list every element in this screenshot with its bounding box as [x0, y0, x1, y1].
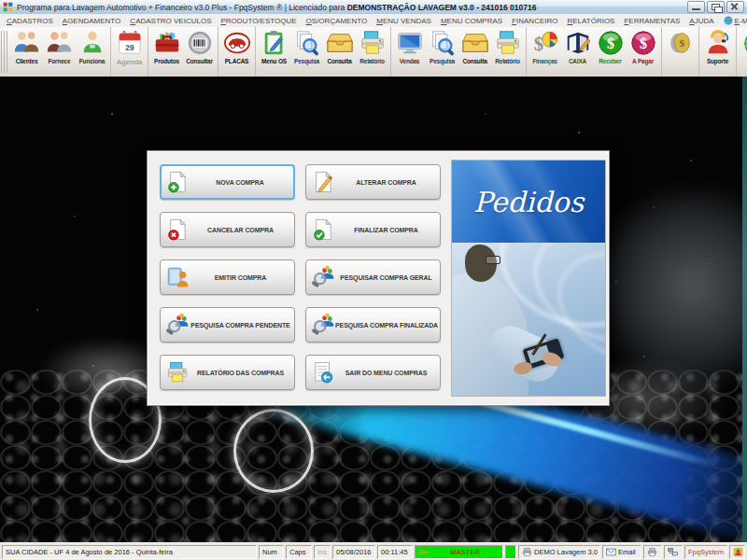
doc-edit-icon	[311, 170, 335, 194]
status-time: 00:11:45	[377, 545, 413, 559]
menu-item-cadastro-veiculos[interactable]: CADASTRO VEICULOS	[125, 14, 216, 27]
menu-item-menu-compras[interactable]: MENU COMPRAS	[436, 14, 507, 27]
menu-item-label: FERRAMENTAS	[624, 17, 680, 25]
toolbar-button-relatorio[interactable]: Relatório	[356, 28, 388, 64]
toolbar-button-label: Menu OS	[261, 58, 287, 64]
toolbar-button-agenda[interactable]: 29Agenda	[113, 28, 146, 66]
toolbar-button-pesquisa[interactable]: Pesquisa	[426, 28, 458, 64]
status-insert: Ins	[314, 545, 331, 559]
toolbar-button-label: Funciona	[79, 58, 105, 64]
dialog-button-emitir-compra[interactable]: EMITIR COMPRA	[160, 259, 295, 295]
status-label: 00:11:45	[381, 548, 408, 556]
toolbar-group: Suporte	[698, 27, 736, 77]
toolbar-button-vendas[interactable]: Vendas	[393, 28, 426, 64]
svg-text:$: $	[533, 34, 543, 54]
dialog-button-pesquisar-compra-geral[interactable]: PESQUISAR COMPRA GERAL	[305, 259, 441, 295]
status-demo-version: DEMO Lavagem 3.0	[518, 545, 600, 559]
menu-item-produto-estoque[interactable]: PRODUTO/ESTOQUE	[216, 14, 301, 27]
menu-item-label: OS/ORÇAMENTO	[306, 17, 368, 25]
restore-button[interactable]	[707, 1, 725, 13]
minimize-button[interactable]	[687, 1, 705, 13]
dialog-button-alterar-compra[interactable]: ALTERAR COMPRA	[305, 164, 441, 200]
pedidos-title-text: Pedidos	[473, 186, 584, 218]
dialog-button-cancelar-compra[interactable]: CANCELAR COMPRA	[160, 212, 295, 247]
menu-compras-dialog: NOVA COMPRAALTERAR COMPRACANCELAR COMPRA…	[147, 150, 610, 406]
status-location-date: SUA CIDADE - UF 4 de Agosto de 2016 - Qu…	[2, 545, 257, 559]
toolbar-button-menu-os[interactable]: Menu OS	[258, 28, 290, 64]
emit-icon	[165, 265, 190, 289]
svg-text:$: $	[640, 35, 647, 51]
menu-item-menu-vendas[interactable]: MENU VENDAS	[372, 14, 436, 27]
toolbar-button-label: Consulta	[462, 58, 486, 64]
dialog-button-label: SAIR DO MENU COMPRAS	[335, 370, 437, 376]
menu-item-label: E-MAIL	[735, 17, 747, 25]
dialog-button-relatorio-das-compras[interactable]: RELATÓRIO DAS COMPRAS	[160, 355, 295, 390]
menu-item-relatorios[interactable]: RELATÓRIOS	[562, 14, 619, 27]
menu-item-ferramentas[interactable]: FERRAMENTAS	[619, 14, 684, 27]
status-bar: SUA CIDADE - UF 4 de Agosto de 2016 - Qu…	[0, 542, 747, 560]
toolbar-button-funciona[interactable]: Funciona	[76, 28, 108, 64]
dialog-button-label: FINALIZAR COMPRA	[335, 227, 437, 233]
toolbar-button-consulta[interactable]: Consulta	[323, 28, 356, 64]
toolbar-group: PLACAS	[218, 27, 255, 77]
menu-item-label: PRODUTO/ESTOQUE	[220, 17, 296, 25]
menu-item-financeiro[interactable]: FINANCEIRO	[507, 14, 562, 27]
menu-bar: CADASTROSAGENDAMENTOCADASTRO VEICULOSPRO…	[0, 14, 747, 28]
dialog-button-label: PESQUISAR COMPRA GERAL	[335, 274, 437, 281]
toolbar-group: ProdutosConsultar	[148, 27, 218, 77]
toolbar-group: Menu OSPesquisaConsultaRelatório	[255, 27, 390, 77]
status-printer	[643, 545, 662, 559]
toolbar-button-suporte[interactable]: Suporte	[701, 28, 734, 64]
toolbar-button-clientes[interactable]: Clientes	[10, 28, 43, 64]
status-date: 05/08/2016	[332, 545, 375, 559]
toolbar-button-coin[interactable]: $	[664, 28, 697, 58]
toolbar-button-produtos[interactable]: Produtos	[150, 28, 183, 64]
toolbar-button-placas[interactable]: PLACAS	[220, 28, 253, 64]
plates-icon	[223, 29, 251, 57]
dialog-button-pesquisa-compra-finalizada[interactable]: PESQUISA COMPRA FINALIZADA	[305, 307, 441, 343]
menu-item-cadastros[interactable]: CADASTROS	[2, 14, 58, 27]
toolbar-button-financas[interactable]: $Finanças	[529, 28, 561, 64]
title-bar: Programa para Lavagem Automotivo + Finan…	[0, 0, 747, 15]
pedidos-panel-title: Pedidos	[452, 161, 605, 243]
toolbar-button-receber[interactable]: $Receber	[594, 28, 627, 64]
status-label: Email	[618, 548, 636, 556]
status-email: Email	[602, 545, 641, 559]
app-icon	[3, 2, 13, 12]
toolbar-group: VendasPesquisaConsultaRelatório	[390, 27, 526, 77]
printer-small-icon	[647, 547, 657, 557]
dialog-button-nova-compra[interactable]: NOVA COMPRA	[160, 164, 295, 200]
screen-edge-strip	[742, 77, 747, 542]
toolbar-button-consultar[interactable]: Consultar	[183, 28, 216, 64]
menu-item-label: MENU VENDAS	[376, 17, 431, 25]
toolbar-button-label: Clientes	[16, 58, 38, 64]
doc-cancel-icon	[165, 217, 190, 242]
menu-item-agendamento[interactable]: AGENDAMENTO	[58, 14, 126, 27]
toolbar-button-exit[interactable]: EXIT	[739, 28, 747, 58]
menu-item-label: AJUDA	[689, 17, 713, 25]
doc-check-icon	[311, 217, 335, 242]
vendas-icon	[396, 29, 424, 57]
receber-icon: $	[597, 29, 625, 57]
toolbar-grip	[1, 31, 7, 73]
dialog-button-pesquisa-compra-pendente[interactable]: PESQUISA COMPRA PENDENTE	[160, 307, 295, 343]
barcode-icon	[186, 29, 214, 57]
toolbar-button-relatorio[interactable]: Relatório	[491, 28, 524, 64]
status-label: Num	[262, 548, 277, 556]
search-people-icon	[311, 313, 335, 337]
toolbar-button-a-pagar[interactable]: $A Pagar	[627, 28, 659, 64]
calendar-icon: 29	[116, 29, 144, 57]
menu-item-os-orcamento[interactable]: OS/ORÇAMENTO	[302, 14, 373, 27]
toolbar-button-consulta[interactable]: Consulta	[458, 28, 491, 64]
toolbar-button-fornece[interactable]: Fornece	[43, 28, 76, 64]
email-icon	[606, 547, 616, 557]
menu-item-e-mail[interactable]: E-MAIL	[719, 14, 747, 27]
dialog-button-sair-do-menu-compras[interactable]: SAIR DO MENU COMPRAS	[305, 355, 441, 390]
toolbar-button-pesquisa[interactable]: Pesquisa	[290, 28, 323, 64]
dialog-button-label: NOVA COMPRA	[190, 179, 290, 186]
menu-item-ajuda[interactable]: AJUDA	[684, 14, 718, 27]
dialog-button-finalizar-compra[interactable]: FINALIZAR COMPRA	[305, 212, 441, 247]
network-icon	[668, 547, 678, 557]
toolbar-button-caixa[interactable]: CAIXA	[561, 28, 594, 64]
close-button[interactable]	[726, 1, 744, 13]
